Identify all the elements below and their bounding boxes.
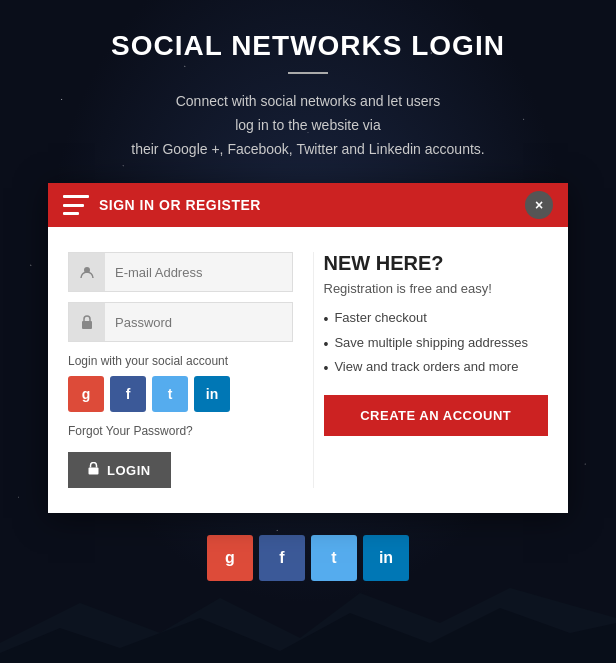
title-divider [288, 72, 328, 74]
modal-close-button[interactable]: × [525, 191, 553, 219]
register-subtitle: Registration is free and easy! [324, 281, 549, 296]
modal-title: SIGN IN OR REGISTER [99, 197, 261, 213]
benefits-list: Faster checkout Save multiple shipping a… [324, 310, 549, 377]
login-section: Login with your social account g f t in … [68, 252, 293, 488]
bottom-twitter-button[interactable]: t [311, 535, 357, 581]
create-account-button[interactable]: CREATE AN ACCOUNT [324, 395, 549, 436]
user-icon [69, 253, 105, 291]
login-lock-icon [88, 462, 99, 478]
bottom-social-buttons: g f t in [207, 535, 409, 581]
lock-icon [69, 303, 105, 341]
social-login-label: Login with your social account [68, 354, 293, 368]
benefit-2: Save multiple shipping addresses [324, 335, 549, 353]
password-input-group [68, 302, 293, 342]
list-icon [63, 195, 89, 215]
google-login-button[interactable]: g [68, 376, 104, 412]
register-section: NEW HERE? Registration is free and easy!… [313, 252, 549, 488]
login-button[interactable]: LOGIN [68, 452, 171, 488]
forgot-password-link[interactable]: Forgot Your Password? [68, 424, 293, 438]
modal-header: SIGN IN OR REGISTER × [48, 183, 568, 227]
page-description: Connect with social networks and let use… [131, 90, 484, 161]
linkedin-login-button[interactable]: in [194, 376, 230, 412]
page-title: SOCIAL NETWORKS LOGIN [111, 30, 505, 62]
svg-marker-1 [0, 608, 616, 663]
bottom-linkedin-button[interactable]: in [363, 535, 409, 581]
bottom-facebook-button[interactable]: f [259, 535, 305, 581]
modal-header-left: SIGN IN OR REGISTER [63, 195, 261, 215]
bottom-google-button[interactable]: g [207, 535, 253, 581]
benefit-1: Faster checkout [324, 310, 549, 328]
social-login-buttons: g f t in [68, 376, 293, 412]
login-button-label: LOGIN [107, 463, 151, 478]
svg-marker-0 [0, 588, 616, 663]
password-input[interactable] [105, 307, 292, 338]
login-modal: SIGN IN OR REGISTER × [48, 183, 568, 513]
benefit-3: View and track orders and more [324, 359, 549, 377]
twitter-login-button[interactable]: t [152, 376, 188, 412]
register-title: NEW HERE? [324, 252, 549, 275]
modal-body: Login with your social account g f t in … [48, 227, 568, 513]
email-input-group [68, 252, 293, 292]
email-input[interactable] [105, 257, 292, 288]
svg-rect-4 [89, 468, 99, 475]
svg-rect-3 [82, 321, 92, 329]
facebook-login-button[interactable]: f [110, 376, 146, 412]
